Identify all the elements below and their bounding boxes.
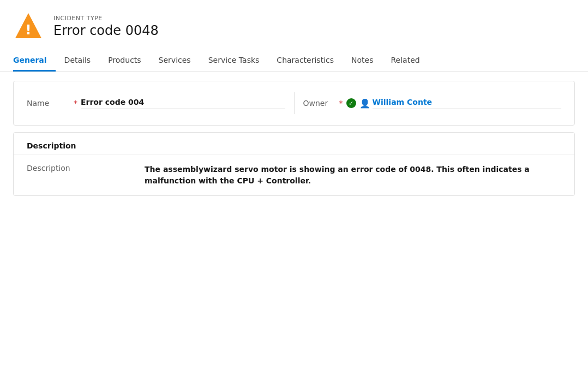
content-area: Name * Error code 004 Owner * 👤 William …: [0, 72, 588, 205]
description-value[interactable]: The assemblywizard servo motor is showin…: [145, 164, 561, 187]
description-section-title: Description: [14, 133, 574, 155]
svg-text:!: !: [26, 22, 32, 38]
name-value[interactable]: Error code 004: [81, 98, 285, 109]
tab-services[interactable]: Services: [150, 50, 200, 72]
tab-products[interactable]: Products: [99, 50, 149, 72]
name-owner-card: Name * Error code 004 Owner * 👤 William …: [13, 81, 575, 126]
tabs-container: General Details Products Services Servic…: [0, 50, 588, 72]
page-header: ! INCIDENT TYPE Error code 0048: [0, 0, 588, 50]
description-card: Description Description The assemblywiza…: [13, 132, 575, 196]
name-required-star: *: [74, 99, 77, 108]
tab-details[interactable]: Details: [56, 50, 100, 72]
owner-person-icon: 👤: [359, 98, 370, 109]
name-owner-row: Name * Error code 004 Owner * 👤 William …: [14, 81, 574, 125]
tab-service-tasks[interactable]: Service Tasks: [200, 50, 268, 72]
owner-status-icon: [346, 98, 356, 108]
name-field-group: Name * Error code 004: [27, 98, 285, 109]
owner-label: Owner: [303, 99, 336, 108]
description-row: Description The assemblywizard servo mot…: [14, 155, 574, 195]
tab-related[interactable]: Related: [382, 50, 428, 72]
tab-notes[interactable]: Notes: [343, 50, 382, 72]
owner-value[interactable]: William Conte: [373, 98, 562, 109]
incident-title: Error code 0048: [53, 23, 159, 38]
owner-field-group: Owner * 👤 William Conte: [303, 98, 562, 109]
description-label: Description: [27, 164, 136, 187]
name-label: Name: [27, 99, 70, 108]
incident-type-label: INCIDENT TYPE: [53, 15, 159, 22]
tab-characteristics[interactable]: Characteristics: [268, 50, 343, 72]
field-divider: [294, 92, 295, 114]
warning-icon: !: [13, 11, 44, 41]
owner-required-star: *: [339, 99, 343, 108]
tab-general[interactable]: General: [13, 50, 56, 72]
header-text: INCIDENT TYPE Error code 0048: [53, 15, 159, 38]
